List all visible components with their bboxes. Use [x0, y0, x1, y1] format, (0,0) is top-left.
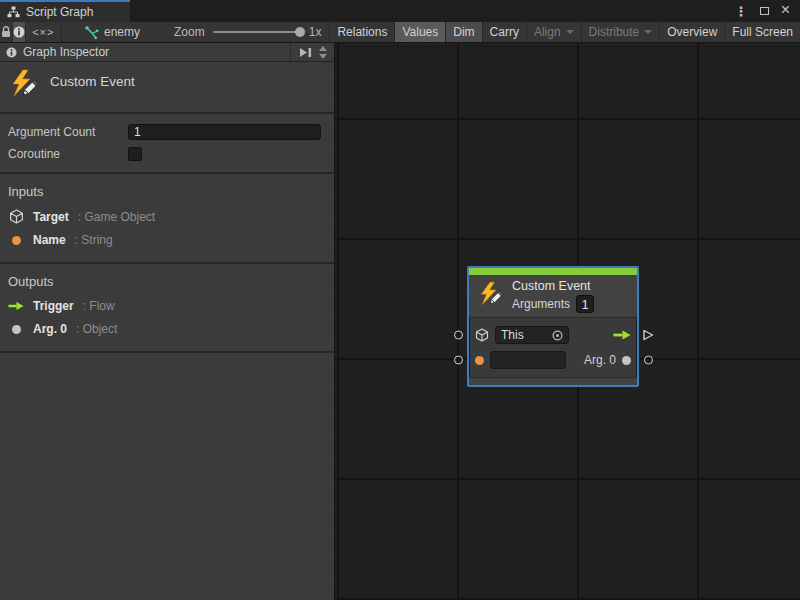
name-input-port[interactable]: [454, 356, 463, 365]
zoom-slider-handle[interactable]: [295, 27, 305, 37]
outputs-section: Outputs Trigger : Flow Arg. 0 : Object: [0, 264, 334, 353]
edit-script-button[interactable]: <×>: [26, 22, 62, 42]
argument-count-field[interactable]: [128, 124, 321, 140]
breadcrumb-graph-name[interactable]: enemy: [104, 25, 140, 39]
orange-port-dot: [475, 356, 484, 365]
target-object-picker[interactable]: This: [495, 326, 569, 344]
align-button[interactable]: Align: [527, 22, 582, 42]
window-close-icon[interactable]: ×: [781, 2, 790, 18]
chevron-down-icon: [644, 30, 652, 34]
align-button-label: Align: [534, 25, 561, 39]
chevron-down-icon: [566, 30, 574, 34]
coroutine-checkbox[interactable]: [128, 147, 142, 161]
argument-count-label: Argument Count: [8, 125, 128, 139]
info-icon: [6, 47, 17, 58]
gray-port-dot: [8, 325, 24, 334]
carry-button-label: Carry: [490, 25, 519, 39]
target-input-port[interactable]: [454, 331, 463, 340]
port-row-trigger: Trigger : Flow: [8, 299, 326, 313]
outputs-title: Outputs: [8, 274, 326, 289]
port-row-arg0: Arg. 0 : Object: [8, 322, 326, 336]
port-type: : Flow: [83, 299, 115, 313]
zoom-value: 1x: [309, 25, 322, 39]
dim-button[interactable]: Dim: [446, 22, 482, 42]
tab-title: Script Graph: [26, 5, 93, 19]
values-button[interactable]: Values: [395, 22, 446, 42]
cube-icon: [8, 209, 24, 224]
inspector-empty-area: [0, 353, 334, 600]
port-name: Trigger: [33, 299, 74, 313]
flow-arrow-icon: [8, 301, 24, 311]
port-type: : Game Object: [78, 210, 155, 224]
port-row-target: Target : Game Object: [8, 209, 326, 224]
custom-event-bolt-pencil-icon: [477, 281, 503, 311]
graph-canvas[interactable]: Custom Event Arguments 1: [335, 43, 800, 600]
coroutine-label: Coroutine: [8, 147, 128, 161]
graph-inspector-title: Graph Inspector: [23, 45, 284, 59]
info-icon: [13, 26, 25, 38]
custom-event-node[interactable]: Custom Event Arguments 1: [467, 266, 639, 387]
port-name: Target: [33, 210, 69, 224]
node-arguments-label: Arguments: [512, 297, 570, 311]
inputs-title: Inputs: [8, 184, 326, 199]
arg0-output-port[interactable]: [644, 356, 653, 365]
port-name: Name: [33, 233, 66, 247]
port-type: : Object: [76, 322, 117, 336]
code-icon: <×>: [32, 26, 54, 38]
cube-icon: [475, 328, 489, 342]
lock-button[interactable]: [0, 22, 13, 42]
window-maximize-icon[interactable]: [760, 7, 769, 15]
dock-panel-icon[interactable]: [299, 47, 313, 58]
node-title: Custom Event: [512, 279, 594, 293]
orange-port-dot: [8, 236, 24, 245]
trigger-output-port[interactable]: [642, 329, 654, 341]
node-row-target-trigger: This: [475, 324, 631, 346]
event-title: Custom Event: [50, 74, 135, 89]
arrow-down-icon[interactable]: [319, 54, 327, 59]
inspector-toggle-button[interactable]: [13, 22, 26, 42]
node-event-color-bar: [469, 268, 637, 275]
graph-inspector-header: Graph Inspector: [0, 43, 334, 62]
script-graph-icon: [7, 6, 20, 19]
relations-button-label: Relations: [337, 25, 387, 39]
arg0-label: Arg. 0: [584, 353, 616, 367]
custom-event-bolt-pencil-icon: [8, 69, 38, 103]
distribute-button[interactable]: Distribute: [582, 22, 661, 42]
lock-icon: [1, 26, 11, 38]
zoom-slider[interactable]: [213, 31, 301, 33]
graph-toolbar: <×> enemy Zoom 1x Relations: [0, 22, 800, 43]
distribute-button-label: Distribute: [589, 25, 640, 39]
node-arguments-field[interactable]: 1: [576, 295, 594, 313]
flow-arrow-icon: [613, 330, 631, 340]
name-value-field[interactable]: [490, 351, 566, 369]
panel-scroll-spinner[interactable]: [319, 46, 328, 59]
window-menu-icon[interactable]: ⋮: [735, 5, 748, 18]
gray-port-dot: [622, 356, 631, 365]
argument-count-row: Argument Count: [8, 122, 321, 142]
port-type: : String: [75, 233, 113, 247]
toolbar-middle: enemy Zoom 1x: [62, 22, 330, 42]
event-summary-section: Custom Event: [0, 62, 334, 114]
carry-button[interactable]: Carry: [483, 22, 527, 42]
relations-button[interactable]: Relations: [330, 22, 395, 42]
window-controls: ⋮ ×: [725, 0, 800, 22]
node-footer: [469, 377, 637, 385]
inputs-section: Inputs Target : Game Object Name : Strin…: [0, 174, 334, 264]
script-graph-window: Script Graph ⋮ ×: [0, 0, 800, 600]
values-button-label: Values: [402, 25, 438, 39]
target-value: This: [501, 328, 524, 342]
zoom-label: Zoom: [174, 25, 205, 39]
overview-button[interactable]: Overview: [660, 22, 725, 42]
graph-inspector-panel: Graph Inspector: [0, 43, 335, 600]
port-row-name: Name : String: [8, 233, 326, 247]
event-settings-section: Argument Count Coroutine: [0, 114, 334, 174]
coroutine-row: Coroutine: [8, 144, 321, 164]
arrow-up-icon[interactable]: [319, 46, 327, 51]
tab-script-graph[interactable]: Script Graph: [0, 0, 130, 22]
object-picker-icon[interactable]: [552, 330, 563, 341]
node-body: This: [469, 318, 637, 377]
window-titlebar: Script Graph ⋮ ×: [0, 0, 800, 22]
overview-button-label: Overview: [667, 25, 717, 39]
full-screen-button[interactable]: Full Screen: [725, 22, 800, 42]
node-header[interactable]: Custom Event Arguments 1: [469, 275, 637, 318]
